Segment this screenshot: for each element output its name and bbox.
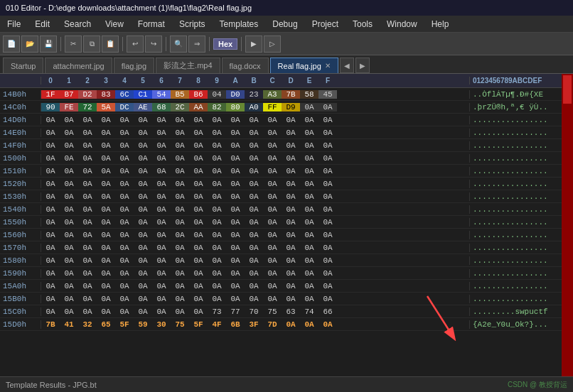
tab-Startup[interactable]: Startup — [3, 58, 43, 73]
hex-cell-15C0h-15[interactable]: 66 — [318, 307, 337, 316]
hex-cell-14F0h-14[interactable]: 0A — [300, 141, 318, 150]
hex-cell-1590h-4[interactable]: 0A — [115, 269, 134, 278]
hex-cell-1530h-5[interactable]: 0A — [134, 192, 152, 201]
run-template-btn[interactable]: ▷ — [264, 36, 281, 53]
hex-cell-14F0h-13[interactable]: 0A — [282, 141, 300, 150]
hex-cell-1570h-10[interactable]: 0A — [226, 244, 245, 252]
hex-cell-14C0h-12[interactable]: FF — [263, 103, 282, 111]
hex-cell-1550h-8[interactable]: 0A — [189, 218, 208, 227]
hex-cell-1500h-4[interactable]: 0A — [115, 154, 134, 163]
hex-cell-1520h-11[interactable]: 0A — [245, 180, 263, 188]
hex-cell-1580h-9[interactable]: 0A — [208, 256, 226, 265]
hex-cell-14C0h-9[interactable]: 82 — [208, 103, 226, 111]
hex-cell-15A0h-14[interactable]: 0A — [300, 282, 318, 290]
hex-cell-15B0h-10[interactable]: 0A — [226, 295, 245, 303]
hex-cell-1550h-5[interactable]: 0A — [134, 218, 152, 227]
hex-cell-15C0h-4[interactable]: 0A — [115, 307, 134, 316]
hex-cell-1590h-5[interactable]: 0A — [134, 269, 152, 278]
menu-item-tools[interactable]: Tools — [346, 17, 380, 31]
hex-cell-14C0h-2[interactable]: 72 — [78, 103, 97, 111]
hex-cell-14D0h-13[interactable]: 0A — [282, 116, 300, 124]
hex-cell-15D0h-9[interactable]: 4F — [208, 320, 226, 329]
hex-cell-1530h-15[interactable]: 0A — [318, 192, 337, 201]
hex-cell-14F0h-8[interactable]: 0A — [189, 141, 208, 150]
hex-cell-14B0h-9[interactable]: 04 — [208, 90, 226, 99]
hex-cell-1580h-0[interactable]: 0A — [41, 256, 60, 265]
hex-cell-15B0h-6[interactable]: 0A — [152, 295, 171, 303]
menu-item-search[interactable]: Search — [57, 17, 98, 31]
hex-cell-1500h-15[interactable]: 0A — [318, 154, 337, 163]
hex-cell-15B0h-13[interactable]: 0A — [282, 295, 300, 303]
hex-cell-1520h-12[interactable]: 0A — [263, 180, 282, 188]
hex-cell-1580h-5[interactable]: 0A — [134, 256, 152, 265]
hex-cell-1540h-9[interactable]: 0A — [208, 205, 226, 214]
right-scrollbar[interactable] — [562, 74, 573, 376]
hex-cell-14B0h-0[interactable]: 1F — [41, 90, 60, 99]
menu-item-file[interactable]: File — [0, 17, 28, 31]
hex-cell-14D0h-0[interactable]: 0A — [41, 116, 60, 124]
hex-cell-15C0h-14[interactable]: 74 — [300, 307, 318, 316]
hex-cell-14E0h-10[interactable]: 0A — [226, 129, 245, 137]
undo-btn[interactable]: ↩ — [127, 36, 144, 53]
hex-cell-14E0h-12[interactable]: 0A — [263, 129, 282, 137]
hex-cell-1500h-10[interactable]: 0A — [226, 154, 245, 163]
hex-cell-1510h-10[interactable]: 0A — [226, 167, 245, 175]
hex-cell-1580h-13[interactable]: 0A — [282, 256, 300, 265]
hex-cell-1500h-2[interactable]: 0A — [78, 154, 97, 163]
hex-cell-15B0h-1[interactable]: 0A — [60, 295, 78, 303]
hex-cell-1590h-15[interactable]: 0A — [318, 269, 337, 278]
hex-cell-1550h-12[interactable]: 0A — [263, 218, 282, 227]
hex-cell-1530h-3[interactable]: 0A — [97, 192, 115, 201]
hex-cell-14D0h-10[interactable]: 0A — [226, 116, 245, 124]
hex-cell-15A0h-1[interactable]: 0A — [60, 282, 78, 290]
hex-cell-14D0h-2[interactable]: 0A — [78, 116, 97, 124]
hex-cell-1540h-8[interactable]: 0A — [189, 205, 208, 214]
hex-cell-1560h-0[interactable]: 0A — [41, 231, 60, 239]
hex-cell-14F0h-9[interactable]: 0A — [208, 141, 226, 150]
hex-cell-1560h-12[interactable]: 0A — [263, 231, 282, 239]
hex-cell-14D0h-1[interactable]: 0A — [60, 116, 78, 124]
hex-cell-15A0h-0[interactable]: 0A — [41, 282, 60, 290]
hex-cell-1580h-4[interactable]: 0A — [115, 256, 134, 265]
hex-cell-1550h-7[interactable]: 0A — [171, 218, 189, 227]
hex-cell-1530h-8[interactable]: 0A — [189, 192, 208, 201]
hex-cell-1570h-0[interactable]: 0A — [41, 244, 60, 252]
hex-cell-14C0h-0[interactable]: 90 — [41, 103, 60, 111]
hex-cell-15D0h-13[interactable]: 0A — [282, 320, 300, 329]
hex-cell-1520h-9[interactable]: 0A — [208, 180, 226, 188]
hex-cell-1550h-0[interactable]: 0A — [41, 218, 60, 227]
tab-flag-jpg[interactable]: flag.jpg — [114, 58, 154, 73]
hex-cell-15D0h-14[interactable]: 0A — [300, 320, 318, 329]
hex-cell-15A0h-2[interactable]: 0A — [78, 282, 97, 290]
hex-cell-14E0h-2[interactable]: 0A — [78, 129, 97, 137]
hex-cell-1510h-8[interactable]: 0A — [189, 167, 208, 175]
hex-cell-15A0h-4[interactable]: 0A — [115, 282, 134, 290]
hex-cell-1510h-4[interactable]: 0A — [115, 167, 134, 175]
hex-cell-1540h-3[interactable]: 0A — [97, 205, 115, 214]
hex-cell-14C0h-6[interactable]: 68 — [152, 103, 171, 111]
hex-cell-1540h-2[interactable]: 0A — [78, 205, 97, 214]
hex-cell-1500h-12[interactable]: 0A — [263, 154, 282, 163]
hex-cell-1510h-13[interactable]: 0A — [282, 167, 300, 175]
hex-cell-1520h-1[interactable]: 0A — [60, 180, 78, 188]
hex-cell-15B0h-5[interactable]: 0A — [134, 295, 152, 303]
hex-cell-1570h-15[interactable]: 0A — [318, 244, 337, 252]
hex-cell-1590h-7[interactable]: 0A — [171, 269, 189, 278]
hex-cell-1540h-7[interactable]: 0A — [171, 205, 189, 214]
tab------mp4[interactable]: 影流之主.mp4 — [156, 58, 220, 73]
hex-cell-1510h-5[interactable]: 0A — [134, 167, 152, 175]
hex-cell-1530h-12[interactable]: 0A — [263, 192, 282, 201]
hex-cell-1540h-5[interactable]: 0A — [134, 205, 152, 214]
hex-cell-1570h-12[interactable]: 0A — [263, 244, 282, 252]
hex-cell-14F0h-4[interactable]: 0A — [115, 141, 134, 150]
hex-cell-1530h-13[interactable]: 0A — [282, 192, 300, 201]
hex-cell-1500h-0[interactable]: 0A — [41, 154, 60, 163]
tab-next-btn[interactable]: ▶ — [355, 58, 370, 73]
hex-cell-1540h-0[interactable]: 0A — [41, 205, 60, 214]
hex-cell-1550h-1[interactable]: 0A — [60, 218, 78, 227]
hex-cell-14C0h-8[interactable]: AA — [189, 103, 208, 111]
hex-cell-1590h-6[interactable]: 0A — [152, 269, 171, 278]
hex-cell-1560h-14[interactable]: 0A — [300, 231, 318, 239]
hex-cell-1590h-11[interactable]: 0A — [245, 269, 263, 278]
hex-cell-1530h-2[interactable]: 0A — [78, 192, 97, 201]
